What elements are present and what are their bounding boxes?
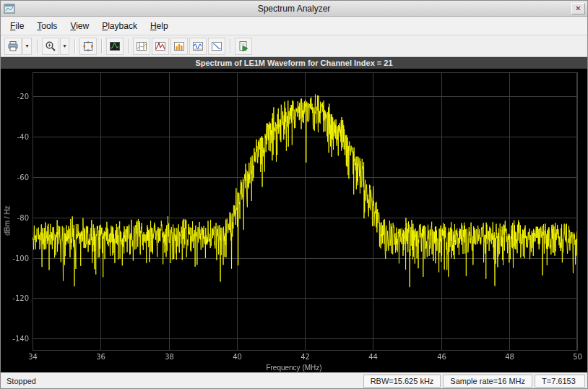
y-axis-label: dBm / Hz: [4, 205, 12, 235]
toolbar-separator: [230, 39, 230, 54]
menu-tools[interactable]: Tools: [30, 18, 64, 34]
distortion-measurements-icon: [192, 40, 204, 52]
ccdf-measurements-icon: [211, 40, 222, 52]
channel-measurements-button[interactable]: [170, 38, 188, 55]
status-sample-rate: Sample rate=16 MHz: [443, 375, 532, 388]
print-dropdown[interactable]: ▾: [22, 38, 32, 55]
toolbar-separator: [101, 39, 102, 54]
plot-title: Spectrum of LE1M Waveform for Channel In…: [1, 57, 587, 69]
channel-measurements-icon: [173, 40, 185, 52]
menubar: File Tools View Playback Help: [1, 17, 587, 35]
menu-help[interactable]: Help: [144, 18, 175, 34]
close-button[interactable]: ✕: [571, 3, 585, 14]
window-title: Spectrum Analyzer: [1, 4, 587, 14]
spectrum-analyzer-window: Spectrum Analyzer ✕ File Tools View Play…: [0, 0, 588, 389]
zoom-dropdown[interactable]: ▾: [60, 38, 69, 55]
distortion-measurements-button[interactable]: [189, 38, 207, 55]
status-state: Stopped: [3, 377, 36, 385]
fit-to-view-icon: [82, 40, 94, 52]
toolbar-separator: [74, 39, 75, 54]
spectrum-view-icon: [109, 40, 121, 52]
run-button[interactable]: [235, 38, 252, 55]
print-button[interactable]: [4, 38, 22, 55]
fit-to-view-button[interactable]: [79, 38, 97, 55]
plot-area: dBm / Hz Frequency (MHz): [1, 69, 587, 372]
ccdf-measurements-button[interactable]: [208, 38, 225, 55]
status-panels: RBW=15.625 kHz Sample rate=16 MHz T=7.61…: [363, 375, 585, 388]
toolbar-separator: [37, 39, 38, 54]
window-titlebar[interactable]: Spectrum Analyzer ✕: [1, 1, 587, 17]
status-rbw: RBW=15.625 kHz: [363, 375, 441, 388]
zoom-button[interactable]: [42, 38, 59, 55]
run-icon: [238, 40, 249, 52]
peak-finder-button[interactable]: [152, 38, 169, 55]
toolbar-separator: [128, 39, 129, 54]
menu-view[interactable]: View: [64, 18, 95, 34]
printer-icon: [7, 40, 19, 52]
menu-file[interactable]: File: [4, 18, 30, 34]
spectrum-display: Spectrum of LE1M Waveform for Channel In…: [1, 57, 587, 372]
x-axis-label: Frequency (MHz): [1, 364, 587, 372]
toolbar: ▾ ▾: [1, 35, 587, 57]
menu-playback[interactable]: Playback: [95, 18, 144, 34]
status-time: T=7.6153: [535, 375, 585, 388]
peak-finder-icon: [155, 40, 166, 52]
cursor-measurements-icon: [136, 40, 147, 52]
magnifier-icon: [45, 40, 56, 52]
statusbar: Stopped RBW=15.625 kHz Sample rate=16 MH…: [1, 372, 587, 388]
spectrum-view-button[interactable]: [106, 38, 124, 55]
cursor-measurements-button[interactable]: [133, 38, 150, 55]
spectrum-canvas[interactable]: [1, 69, 587, 372]
